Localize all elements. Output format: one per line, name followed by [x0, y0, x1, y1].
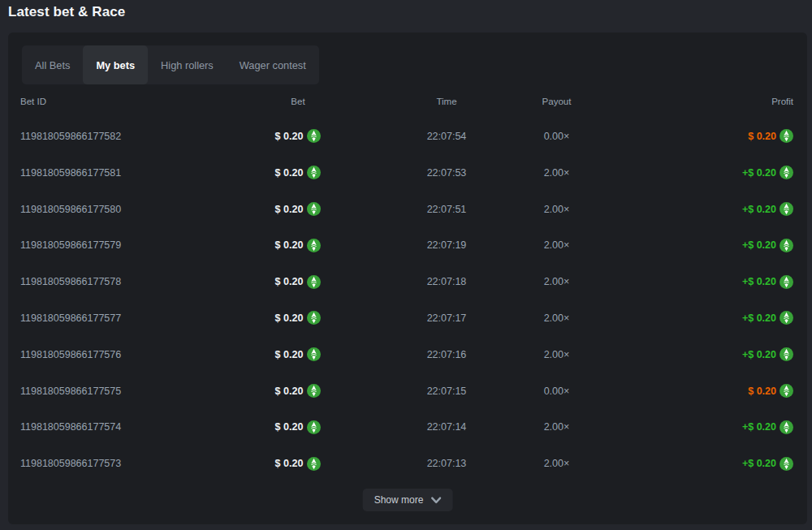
- bet-row[interactable]: 119818059866177581 $ 0.20 22:07:53 2.00×…: [20, 154, 793, 191]
- etc-coin-icon: [780, 457, 793, 471]
- bet-id-cell: 119818059866177574: [20, 421, 199, 433]
- etc-coin-icon: [780, 311, 793, 325]
- header-bet-id: Bet ID: [20, 97, 199, 106]
- bet-row[interactable]: 119818059866177579 $ 0.20 22:07:19 2.00×…: [20, 227, 793, 264]
- bet-time-cell: 22:07:19: [397, 239, 496, 251]
- bet-amount-cell: $ 0.20: [199, 347, 397, 361]
- bet-payout-cell: 2.00×: [496, 204, 617, 215]
- tab-high-rollers[interactable]: High rollers: [148, 45, 227, 84]
- bet-time-cell: 22:07:54: [397, 131, 496, 142]
- bet-id-cell: 119818059866177581: [20, 167, 199, 179]
- bet-row[interactable]: 119818059866177574 $ 0.20 22:07:14 2.00×…: [20, 409, 793, 446]
- bet-amount-value: $ 0.20: [275, 204, 304, 215]
- header-time: Time: [397, 97, 496, 106]
- etc-coin-icon: [307, 420, 321, 434]
- profit-value: +$ 0.20: [742, 239, 776, 251]
- bet-payout-cell: 0.00×: [496, 131, 617, 142]
- bet-row[interactable]: 119818059866177575 $ 0.20 22:07:15 0.00×…: [20, 373, 793, 409]
- show-more-button[interactable]: Show more: [363, 489, 453, 511]
- etc-coin-icon: [780, 239, 793, 252]
- bet-profit-cell: +$ 0.20: [617, 420, 793, 434]
- bet-amount-cell: $ 0.20: [199, 457, 397, 471]
- bet-profit-cell: +$ 0.20: [617, 275, 793, 289]
- bet-time-cell: 22:07:16: [397, 349, 496, 360]
- bet-id-cell: 119818059866177575: [20, 386, 199, 397]
- bet-profit-cell: +$ 0.20: [617, 166, 793, 179]
- bet-amount-cell: $ 0.20: [199, 202, 397, 216]
- bet-row[interactable]: 119818059866177576 $ 0.20 22:07:16 2.00×…: [20, 336, 793, 373]
- bet-amount-value: $ 0.20: [275, 239, 304, 251]
- bet-id-cell: 119818059866177579: [20, 239, 199, 251]
- etc-coin-icon: [307, 239, 321, 252]
- etc-coin-icon: [307, 457, 321, 471]
- bet-time-cell: 22:07:15: [397, 386, 496, 397]
- bet-row[interactable]: 119818059866177578 $ 0.20 22:07:18 2.00×…: [20, 264, 793, 300]
- bet-row[interactable]: 119818059866177577 $ 0.20 22:07:17 2.00×…: [20, 300, 793, 337]
- bet-amount-cell: $ 0.20: [199, 384, 397, 398]
- latest-bets-panel: All Bets My bets High rollers Wager cont…: [8, 32, 807, 524]
- profit-value: +$ 0.20: [742, 167, 776, 179]
- bet-amount-value: $ 0.20: [275, 312, 304, 324]
- profit-value: +$ 0.20: [742, 204, 776, 215]
- profit-value: $ 0.20: [748, 131, 776, 142]
- bet-payout-cell: 2.00×: [496, 421, 617, 433]
- bet-amount-value: $ 0.20: [275, 386, 304, 397]
- etc-coin-icon: [780, 384, 793, 398]
- bet-time-cell: 22:07:51: [397, 204, 496, 215]
- etc-coin-icon: [307, 129, 321, 143]
- page-title: Latest bet & Race: [8, 3, 125, 21]
- etc-coin-icon: [780, 202, 793, 216]
- bet-amount-value: $ 0.20: [275, 276, 304, 287]
- etc-coin-icon: [780, 347, 793, 361]
- profit-value: +$ 0.20: [742, 421, 776, 433]
- bet-amount-value: $ 0.20: [275, 458, 304, 469]
- chevron-down-icon: [430, 497, 441, 504]
- bet-profit-cell: +$ 0.20: [617, 347, 793, 361]
- bet-row[interactable]: 119818059866177580 $ 0.20 22:07:51 2.00×…: [20, 191, 793, 227]
- bet-payout-cell: 2.00×: [496, 349, 617, 360]
- bet-payout-cell: 0.00×: [496, 386, 617, 397]
- etc-coin-icon: [780, 420, 793, 434]
- header-profit: Profit: [617, 97, 793, 106]
- bet-payout-cell: 2.00×: [496, 167, 617, 179]
- profit-value: +$ 0.20: [742, 458, 776, 469]
- bet-payout-cell: 2.00×: [496, 458, 617, 469]
- bet-profit-cell: $ 0.20: [617, 129, 793, 143]
- profit-value: $ 0.20: [748, 386, 776, 397]
- profit-value: +$ 0.20: [742, 312, 776, 324]
- bet-profit-cell: $ 0.20: [617, 384, 793, 398]
- bet-id-cell: 119818059866177580: [20, 204, 199, 215]
- bet-id-cell: 119818059866177576: [20, 349, 199, 360]
- etc-coin-icon: [307, 275, 321, 289]
- etc-coin-icon: [307, 347, 321, 361]
- header-payout: Payout: [496, 97, 617, 106]
- bet-payout-cell: 2.00×: [496, 276, 617, 287]
- bet-profit-cell: +$ 0.20: [617, 202, 793, 216]
- bets-tabbar: All Bets My bets High rollers Wager cont…: [22, 45, 319, 84]
- bets-table-header: Bet ID Bet Time Payout Profit: [20, 84, 793, 118]
- bet-payout-cell: 2.00×: [496, 312, 617, 324]
- bet-row[interactable]: 119818059866177573 $ 0.20 22:07:13 2.00×…: [20, 446, 793, 482]
- bet-amount-value: $ 0.20: [275, 167, 304, 179]
- bet-profit-cell: +$ 0.20: [617, 457, 793, 471]
- etc-coin-icon: [780, 129, 793, 143]
- bets-table: Bet ID Bet Time Payout Profit 1198180598…: [20, 84, 793, 482]
- bet-amount-value: $ 0.20: [275, 131, 304, 142]
- etc-coin-icon: [307, 202, 321, 216]
- bet-time-cell: 22:07:14: [397, 421, 496, 433]
- tab-wager-contest[interactable]: Wager contest: [227, 45, 319, 84]
- etc-coin-icon: [307, 166, 321, 179]
- tab-all-bets[interactable]: All Bets: [22, 45, 83, 84]
- bets-table-body: 119818059866177582 $ 0.20 22:07:54 0.00×…: [20, 118, 793, 482]
- bet-id-cell: 119818059866177582: [20, 131, 199, 142]
- bet-row[interactable]: 119818059866177582 $ 0.20 22:07:54 0.00×…: [20, 118, 793, 155]
- bet-amount-cell: $ 0.20: [199, 129, 397, 143]
- bet-time-cell: 22:07:17: [397, 312, 496, 324]
- etc-coin-icon: [307, 311, 321, 325]
- bet-time-cell: 22:07:18: [397, 276, 496, 287]
- bet-id-cell: 119818059866177573: [20, 458, 199, 469]
- bet-amount-cell: $ 0.20: [199, 239, 397, 252]
- bet-profit-cell: +$ 0.20: [617, 311, 793, 325]
- tab-my-bets[interactable]: My bets: [83, 45, 148, 84]
- etc-coin-icon: [307, 384, 321, 398]
